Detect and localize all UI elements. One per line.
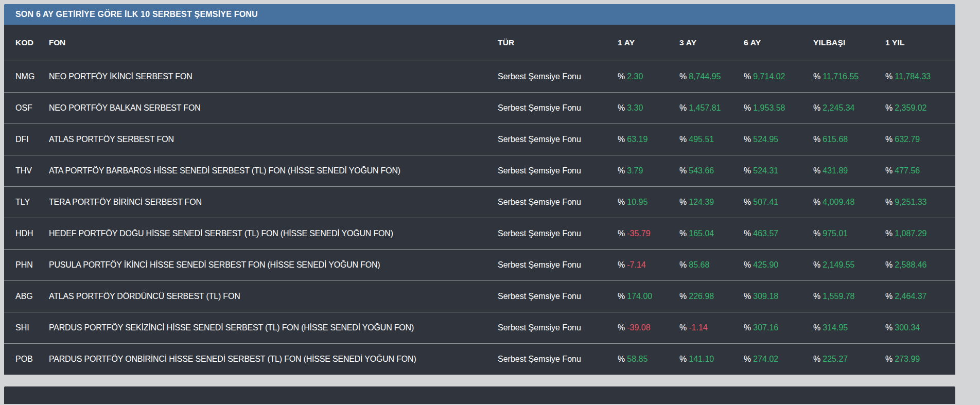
return-1yil-value: 632.79 — [895, 135, 920, 144]
column-header-1yil: 1 YIL — [885, 38, 945, 47]
return-3ay-cell: %8,744.95 — [679, 72, 744, 81]
percent-sign: % — [744, 198, 751, 206]
return-3ay-cell: %85.68 — [679, 260, 744, 270]
percent-sign: % — [885, 103, 892, 112]
fund-name: NEO PORTFÖY BALKAN SERBEST FON — [49, 103, 498, 113]
return-1ay-cell: %63.19 — [618, 135, 679, 144]
table-row[interactable]: SHI PARDUS PORTFÖY SEKİZİNCİ HİSSE SENED… — [4, 312, 955, 343]
percent-sign: % — [679, 72, 687, 81]
return-yilbasi-value: 2,149.55 — [822, 260, 854, 269]
percent-sign: % — [744, 292, 751, 301]
percent-sign: % — [679, 260, 687, 269]
return-1ay-cell: %58.85 — [618, 355, 679, 364]
return-yilbasi-value: 314.95 — [822, 323, 848, 332]
return-6ay-value: 1,953.58 — [753, 103, 785, 112]
percent-sign: % — [885, 355, 892, 363]
return-6ay-cell: %1,953.58 — [744, 103, 813, 113]
return-1yil-value: 300.34 — [895, 323, 920, 332]
percent-sign: % — [679, 292, 687, 301]
return-3ay-value: 1,457.81 — [689, 103, 721, 112]
return-1yil-value: 1,087.29 — [895, 229, 926, 238]
fund-name: NEO PORTFÖY İKİNCİ SERBEST FON — [49, 72, 498, 81]
return-yilbasi-cell: %2,245.34 — [813, 103, 885, 113]
fund-type: Serbest Şemsiye Fonu — [498, 166, 618, 175]
fund-name: PARDUS PORTFÖY SEKİZİNCİ HİSSE SENEDİ SE… — [49, 323, 498, 332]
table-row[interactable]: DFI ATLAS PORTFÖY SERBEST FON Serbest Şe… — [4, 124, 955, 155]
table-row[interactable]: POB PARDUS PORTFÖY ONBİRİNCİ HİSSE SENED… — [4, 343, 955, 375]
percent-sign: % — [744, 355, 751, 363]
return-1yil-cell: %2,359.02 — [885, 103, 945, 113]
return-1ay-value: -7.14 — [627, 260, 645, 269]
fund-name: ATLAS PORTFÖY SERBEST FON — [49, 135, 498, 144]
return-1yil-cell: %632.79 — [885, 135, 945, 144]
return-yilbasi-value: 11,716.55 — [822, 72, 859, 81]
return-6ay-value: 274.02 — [753, 355, 778, 363]
return-3ay-value: 495.51 — [689, 135, 714, 144]
table-row[interactable]: THV ATA PORTFÖY BARBAROS HİSSE SENEDİ SE… — [4, 155, 955, 186]
return-3ay-value: 85.68 — [689, 260, 709, 269]
return-yilbasi-cell: %4,009.48 — [813, 198, 885, 207]
return-6ay-value: 524.95 — [753, 135, 778, 144]
percent-sign: % — [813, 292, 820, 301]
fund-name: ATLAS PORTFÖY DÖRDÜNCÜ SERBEST (TL) FON — [49, 292, 498, 301]
percent-sign: % — [813, 166, 820, 175]
fund-code: NMG — [15, 72, 49, 81]
fund-table: KOD FON TÜR 1 AY 3 AY 6 AY YILBAŞI 1 YIL… — [4, 25, 955, 375]
percent-sign: % — [813, 355, 820, 363]
column-header-fon: FON — [49, 38, 498, 47]
return-3ay-cell: %495.51 — [679, 135, 744, 144]
table-row[interactable]: ABG ATLAS PORTFÖY DÖRDÜNCÜ SERBEST (TL) … — [4, 280, 955, 312]
percent-sign: % — [813, 135, 820, 144]
fund-code: PHN — [15, 260, 49, 270]
table-row[interactable]: OSF NEO PORTFÖY BALKAN SERBEST FON Serbe… — [4, 92, 955, 124]
return-yilbasi-cell: %2,149.55 — [813, 260, 885, 270]
section-title-bar: SON 6 AY GETİRİYE GÖRE İLK 10 SERBEST ŞE… — [4, 4, 955, 25]
percent-sign: % — [679, 229, 687, 238]
percent-sign: % — [744, 229, 751, 238]
percent-sign: % — [618, 355, 625, 363]
return-1ay-value: 63.19 — [627, 135, 647, 144]
return-yilbasi-cell: %615.68 — [813, 135, 885, 144]
return-1ay-value: 58.85 — [627, 355, 647, 363]
return-6ay-cell: %274.02 — [744, 355, 813, 364]
percent-sign: % — [885, 72, 892, 81]
fund-code: ABG — [15, 292, 49, 301]
return-3ay-value: 8,744.95 — [689, 72, 721, 81]
fund-code: POB — [15, 355, 49, 364]
return-1ay-cell: %2.30 — [618, 72, 679, 81]
fund-type: Serbest Şemsiye Fonu — [498, 323, 618, 332]
percent-sign: % — [679, 103, 687, 112]
percent-sign: % — [744, 135, 751, 144]
return-3ay-value: 543.66 — [689, 166, 714, 175]
fund-code: THV — [15, 166, 49, 175]
table-row[interactable]: NMG NEO PORTFÖY İKİNCİ SERBEST FON Serbe… — [4, 61, 955, 92]
percent-sign: % — [679, 166, 687, 175]
table-row[interactable]: PHN PUSULA PORTFÖY İKİNCİ HİSSE SENEDİ S… — [4, 249, 955, 280]
fund-type: Serbest Şemsiye Fonu — [498, 229, 618, 238]
percent-sign: % — [744, 166, 751, 175]
return-1ay-value: 10.95 — [627, 198, 647, 206]
table-row[interactable]: TLY TERA PORTFÖY BİRİNCİ SERBEST FON Ser… — [4, 186, 955, 218]
percent-sign: % — [618, 292, 625, 301]
fund-code: DFI — [15, 135, 49, 144]
fund-name: PARDUS PORTFÖY ONBİRİNCİ HİSSE SENEDİ SE… — [49, 355, 498, 364]
return-1yil-cell: %2,588.46 — [885, 260, 945, 270]
return-1yil-value: 2,588.46 — [895, 260, 926, 269]
percent-sign: % — [744, 103, 751, 112]
return-1ay-cell: %-7.14 — [618, 260, 679, 270]
fund-name: ATA PORTFÖY BARBAROS HİSSE SENEDİ SERBES… — [49, 166, 498, 175]
return-1yil-cell: %477.56 — [885, 166, 945, 175]
return-1ay-value: 3.79 — [627, 166, 643, 175]
return-3ay-value: 141.10 — [689, 355, 714, 363]
table-row[interactable]: HDH HEDEF PORTFÖY DOĞU HİSSE SENEDİ SERB… — [4, 218, 955, 249]
section-title: SON 6 AY GETİRİYE GÖRE İLK 10 SERBEST ŞE… — [15, 10, 258, 19]
fund-table-panel: SON 6 AY GETİRİYE GÖRE İLK 10 SERBEST ŞE… — [4, 4, 955, 404]
return-yilbasi-value: 225.27 — [822, 355, 848, 363]
percent-sign: % — [885, 323, 892, 332]
return-6ay-cell: %309.18 — [744, 292, 813, 301]
return-1yil-cell: %1,087.29 — [885, 229, 945, 238]
return-1ay-cell: %-39.08 — [618, 323, 679, 332]
percent-sign: % — [744, 72, 751, 81]
return-3ay-value: -1.14 — [689, 323, 707, 332]
return-6ay-value: 425.90 — [753, 260, 778, 269]
